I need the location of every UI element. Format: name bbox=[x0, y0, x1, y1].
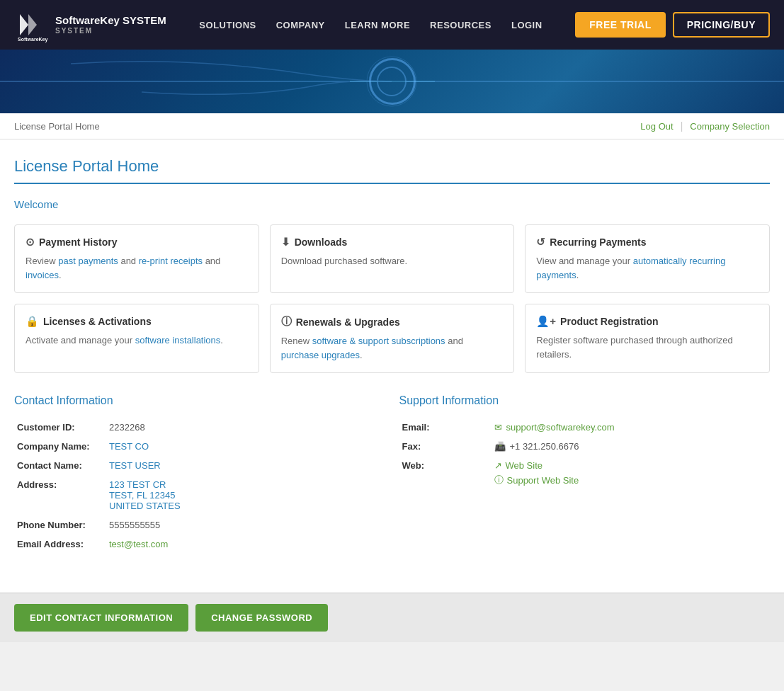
pricing-buy-button[interactable]: PRICING/BUY bbox=[673, 12, 770, 38]
card-payment-history[interactable]: ⊙ Payment History Review past payments a… bbox=[14, 224, 259, 293]
support-info-section: Support Information Email: ✉ support@sof… bbox=[399, 394, 771, 554]
web-label: Web: bbox=[399, 456, 492, 491]
external-link-icon: ↗ bbox=[494, 460, 502, 471]
main-content: License Portal Home Welcome ⊙ Payment Hi… bbox=[0, 139, 784, 593]
address-line-1: 123 TEST CR bbox=[109, 479, 382, 490]
svg-point-4 bbox=[377, 67, 406, 96]
change-password-button[interactable]: CHANGE PASSWORD bbox=[195, 604, 328, 632]
company-name-row: Company Name: TEST CO bbox=[14, 437, 385, 456]
card-desc-downloads: Download purchased software. bbox=[281, 254, 504, 268]
contact-info-title: Contact Information bbox=[14, 394, 385, 407]
card-desc-registration: Register software purchased through auth… bbox=[536, 333, 759, 361]
logo-name: SoftwareKey SYSTEM bbox=[55, 14, 166, 27]
card-desc-renewals: Renew software & support subscriptions a… bbox=[281, 334, 504, 362]
contact-name-row: Contact Name: TEST USER bbox=[14, 456, 385, 475]
info-link-icon: ⓘ bbox=[494, 474, 504, 486]
nav-solutions[interactable]: SOLUTIONS bbox=[199, 20, 256, 30]
web-links-container: ↗ Web Site ⓘ Support Web Site bbox=[494, 460, 768, 486]
welcome-text: Welcome bbox=[14, 198, 770, 210]
support-info-table: Email: ✉ support@softwarekey.com Fax: 📠 … bbox=[399, 418, 771, 491]
address-line-3: UNITED STATES bbox=[109, 501, 382, 511]
address-line-2: TEST, FL 12345 bbox=[109, 490, 382, 501]
user-plus-icon: 👤+ bbox=[536, 315, 556, 328]
nav-learn-more[interactable]: LEARN MORE bbox=[345, 20, 410, 30]
phone-value: 5555555555 bbox=[106, 515, 385, 535]
contact-info-table: Customer ID: 2232268 Company Name: TEST … bbox=[14, 418, 385, 554]
nav-company[interactable]: COMPANY bbox=[276, 20, 325, 30]
support-email-value: ✉ support@softwarekey.com bbox=[492, 418, 771, 437]
fax-icon: 📠 bbox=[494, 441, 506, 452]
customer-id-row: Customer ID: 2232268 bbox=[14, 418, 385, 437]
support-email-link[interactable]: support@softwarekey.com bbox=[506, 422, 615, 433]
support-web-site-link[interactable]: ⓘ Support Web Site bbox=[494, 474, 768, 486]
cards-grid: ⊙ Payment History Review past payments a… bbox=[14, 224, 770, 373]
phone-row: Phone Number: 5555555555 bbox=[14, 515, 385, 535]
email-row: Email Address: test@test.com bbox=[14, 535, 385, 554]
company-name-label: Company Name: bbox=[14, 437, 106, 456]
nav-links: SOLUTIONS COMPANY LEARN MORE RESOURCES L… bbox=[188, 20, 555, 30]
hero-banner bbox=[0, 50, 784, 113]
card-desc-recurring: View and manage your automatically recur… bbox=[536, 254, 759, 282]
card-title-downloads: ⬇ Downloads bbox=[281, 236, 504, 249]
card-downloads[interactable]: ⬇ Downloads Download purchased software. bbox=[270, 224, 515, 293]
svg-marker-1 bbox=[28, 14, 37, 35]
card-title-licenses: 🔒 Licenses & Activations bbox=[25, 315, 248, 328]
logo-system: SYSTEM bbox=[55, 27, 166, 35]
support-email-container[interactable]: ✉ support@softwarekey.com bbox=[494, 422, 768, 433]
lock-icon: 🔒 bbox=[25, 315, 39, 328]
breadcrumb: License Portal Home bbox=[14, 121, 100, 132]
card-recurring-payments[interactable]: ↺ Recurring Payments View and manage you… bbox=[525, 224, 770, 293]
refresh-icon: ↺ bbox=[536, 236, 545, 249]
email-value[interactable]: test@test.com bbox=[106, 535, 385, 554]
card-licenses[interactable]: 🔒 Licenses & Activations Activate and ma… bbox=[14, 304, 259, 373]
company-selection-link[interactable]: Company Selection bbox=[690, 121, 770, 132]
address-row: Address: 123 TEST CR TEST, FL 12345 UNIT… bbox=[14, 475, 385, 515]
email-icon: ✉ bbox=[494, 422, 502, 433]
web-site-link[interactable]: ↗ Web Site bbox=[494, 460, 768, 471]
card-desc-payment-history: Review past payments and re-print receip… bbox=[25, 254, 248, 282]
nav-login[interactable]: LOGIN bbox=[511, 20, 542, 30]
card-title-renewals: ⓘ Renewals & Upgrades bbox=[281, 315, 504, 329]
edit-contact-button[interactable]: EDIT CONTACT INFORMATION bbox=[14, 604, 188, 632]
contact-name-value[interactable]: TEST USER bbox=[106, 456, 385, 475]
page-title: License Portal Home bbox=[14, 157, 770, 184]
svg-text:SoftwareKey: SoftwareKey bbox=[18, 37, 48, 42]
fax-number: +1 321.250.6676 bbox=[510, 441, 579, 452]
info-circle-icon: ⓘ bbox=[281, 315, 292, 329]
navbar: SoftwareKey SYSTEM SoftwareKey SYSTEM SY… bbox=[0, 0, 784, 50]
card-renewals[interactable]: ⓘ Renewals & Upgrades Renew software & s… bbox=[270, 304, 515, 373]
svg-marker-0 bbox=[20, 14, 28, 35]
fax-value: 📠 +1 321.250.6676 bbox=[492, 437, 771, 456]
address-value: 123 TEST CR TEST, FL 12345 UNITED STATES bbox=[106, 475, 385, 515]
svg-point-5 bbox=[367, 57, 416, 106]
card-product-registration[interactable]: 👤+ Product Registration Register softwar… bbox=[525, 304, 770, 373]
clock-icon: ⊙ bbox=[25, 236, 35, 249]
card-title-registration: 👤+ Product Registration bbox=[536, 315, 759, 328]
support-email-label: Email: bbox=[399, 418, 492, 437]
card-title-payment-history: ⊙ Payment History bbox=[25, 236, 248, 249]
address-label: Address: bbox=[14, 475, 106, 515]
customer-id-value: 2232268 bbox=[106, 418, 385, 437]
web-value: ↗ Web Site ⓘ Support Web Site bbox=[492, 456, 771, 491]
support-email-row: Email: ✉ support@softwarekey.com bbox=[399, 418, 771, 437]
logout-link[interactable]: Log Out bbox=[640, 121, 673, 132]
download-icon: ⬇ bbox=[281, 236, 290, 249]
phone-label: Phone Number: bbox=[14, 515, 106, 535]
support-info-title: Support Information bbox=[399, 394, 771, 407]
nav-actions: FREE TRIAL PRICING/BUY bbox=[575, 12, 770, 38]
breadcrumb-bar: License Portal Home Log Out | Company Se… bbox=[0, 113, 784, 139]
email-label: Email Address: bbox=[14, 535, 106, 554]
fax-container: 📠 +1 321.250.6676 bbox=[494, 441, 768, 452]
contact-info-section: Contact Information Customer ID: 2232268… bbox=[14, 394, 385, 554]
fax-label: Fax: bbox=[399, 437, 492, 456]
web-row: Web: ↗ Web Site ⓘ Support Web Site bbox=[399, 456, 771, 491]
logo[interactable]: SoftwareKey SYSTEM SoftwareKey SYSTEM SY… bbox=[14, 7, 166, 42]
card-title-recurring: ↺ Recurring Payments bbox=[536, 236, 759, 249]
fax-row: Fax: 📠 +1 321.250.6676 bbox=[399, 437, 771, 456]
breadcrumb-actions: Log Out | Company Selection bbox=[640, 120, 770, 132]
info-sections: Contact Information Customer ID: 2232268… bbox=[14, 394, 770, 554]
nav-resources[interactable]: RESOURCES bbox=[430, 20, 492, 30]
company-name-value[interactable]: TEST CO bbox=[106, 437, 385, 456]
free-trial-button[interactable]: FREE TRIAL bbox=[575, 12, 665, 38]
breadcrumb-divider: | bbox=[681, 120, 683, 132]
